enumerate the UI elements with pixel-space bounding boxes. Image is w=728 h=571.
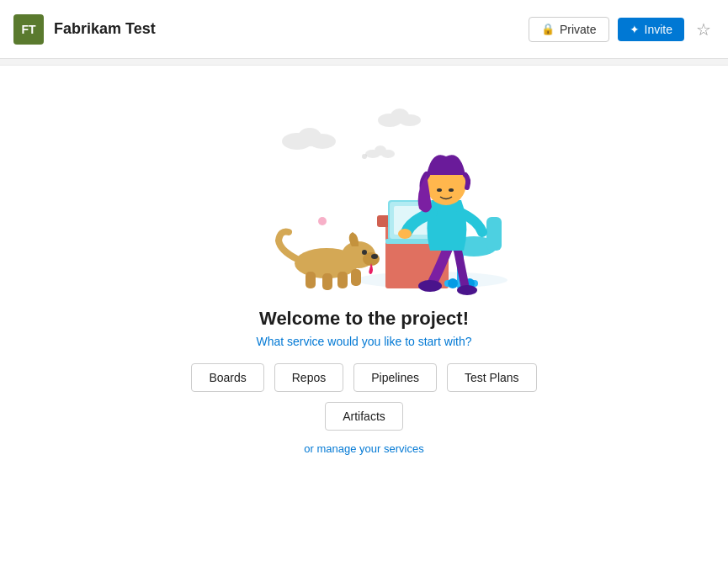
star-button[interactable]: ☆ bbox=[693, 16, 715, 43]
private-button[interactable]: 🔒 Private bbox=[529, 17, 609, 42]
repos-button[interactable]: Repos bbox=[274, 363, 343, 392]
services-row-1: Boards Repos Pipelines Test Plans bbox=[191, 363, 536, 392]
invite-button[interactable]: ✦ Invite bbox=[618, 18, 684, 41]
svg-rect-37 bbox=[337, 272, 348, 288]
svg-rect-36 bbox=[322, 273, 332, 290]
svg-point-29 bbox=[449, 188, 454, 192]
header-actions: 🔒 Private ✦ Invite ☆ bbox=[529, 16, 715, 43]
svg-point-24 bbox=[418, 280, 442, 292]
svg-point-26 bbox=[398, 229, 412, 239]
svg-point-5 bbox=[399, 114, 421, 126]
welcome-illustration bbox=[205, 91, 524, 301]
star-icon: ☆ bbox=[696, 20, 711, 39]
page-header: FT Fabrikam Test 🔒 Private ✦ Invite ☆ bbox=[0, 0, 728, 59]
svg-point-28 bbox=[437, 188, 442, 192]
manage-services-link[interactable]: or manage your services bbox=[304, 442, 423, 455]
svg-rect-38 bbox=[351, 269, 361, 286]
illustration-area bbox=[196, 82, 533, 301]
svg-point-16 bbox=[448, 278, 458, 288]
services-row-2: Artifacts bbox=[325, 402, 403, 431]
project-name: Fabrikam Test bbox=[54, 20, 529, 38]
sub-bar bbox=[0, 59, 728, 66]
svg-rect-19 bbox=[486, 217, 502, 251]
test-plans-button[interactable]: Test Plans bbox=[447, 363, 537, 392]
svg-point-10 bbox=[318, 217, 327, 225]
svg-point-34 bbox=[362, 250, 367, 255]
svg-point-8 bbox=[381, 150, 395, 158]
svg-point-9 bbox=[362, 154, 367, 159]
project-avatar: FT bbox=[13, 14, 44, 45]
svg-point-2 bbox=[309, 134, 336, 149]
welcome-title: Welcome to the project! bbox=[259, 308, 469, 330]
artifacts-button[interactable]: Artifacts bbox=[325, 402, 403, 431]
welcome-subtitle: What service would you like to start wit… bbox=[257, 335, 472, 348]
svg-rect-35 bbox=[306, 272, 316, 288]
lock-icon: 🔒 bbox=[541, 23, 555, 35]
main-content: Welcome to the project! What service wou… bbox=[0, 66, 728, 455]
invite-icon: ✦ bbox=[630, 23, 640, 36]
boards-button[interactable]: Boards bbox=[191, 363, 263, 392]
pipelines-button[interactable]: Pipelines bbox=[353, 363, 437, 392]
svg-point-25 bbox=[457, 285, 477, 295]
svg-point-33 bbox=[371, 254, 378, 259]
